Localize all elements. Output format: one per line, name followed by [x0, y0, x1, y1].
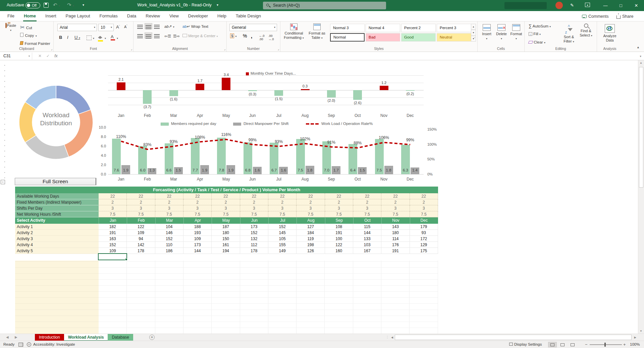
month-header-cell[interactable]: Oct	[353, 217, 381, 224]
scroll-up-icon[interactable]: ▲	[640, 61, 642, 64]
style-normal-4[interactable]: Normal 4	[366, 24, 400, 32]
align-top-button[interactable]	[136, 23, 144, 29]
horizontal-scrollbar[interactable]: ◀ ▶	[390, 335, 637, 340]
tab-home[interactable]: Home	[19, 11, 41, 21]
orientation-button[interactable]: ab↗ ▾	[164, 24, 174, 29]
activity-cell[interactable]: 152	[99, 242, 127, 248]
close-button[interactable]: ✕	[629, 0, 644, 11]
param-cell[interactable]: 2	[99, 199, 127, 205]
activity-cell[interactable]: 146	[155, 230, 183, 236]
activity-cell[interactable]: 109	[183, 236, 212, 242]
align-middle-button[interactable]	[145, 23, 152, 29]
month-header-cell[interactable]: Dec	[410, 217, 438, 224]
param-cell[interactable]: 7.5	[183, 211, 212, 217]
activity-cell[interactable]: 105	[268, 236, 297, 242]
tab-view[interactable]: View	[165, 11, 183, 21]
param-cell[interactable]: 22	[240, 193, 268, 199]
month-header-cell[interactable]: Feb	[127, 217, 155, 224]
name-box[interactable]: C31▾	[0, 53, 32, 60]
tab-review[interactable]: Review	[141, 11, 165, 21]
ribbon-display-options-icon[interactable]: ▴	[585, 3, 590, 7]
sort-filter-button[interactable]: AZ Sort & Filter ▾	[561, 23, 577, 44]
param-cell[interactable]: 3	[212, 205, 240, 211]
merge-center-button[interactable]: Merge & Center ▾	[182, 34, 218, 38]
decrease-indent-button[interactable]: ⇦☰	[164, 34, 171, 39]
title-dropdown-icon[interactable]: ▾	[217, 3, 218, 7]
autosum-button[interactable]: ∑ AutoSum ▾	[529, 23, 551, 28]
param-cell[interactable]: 3	[240, 205, 268, 211]
param-cell[interactable]: 2	[212, 199, 240, 205]
new-sheet-button[interactable]: +	[149, 335, 155, 340]
style-percent-3[interactable]: Percent 3	[437, 24, 471, 32]
scroll-right-icon[interactable]: ▶	[634, 336, 636, 339]
activity-cell[interactable]: 100	[325, 236, 353, 242]
decrease-font-icon[interactable]: A˘	[124, 24, 127, 29]
activity-cell[interactable]: 133	[353, 236, 381, 242]
style-percent-2[interactable]: Percent 2	[401, 24, 436, 32]
bold-button[interactable]: B	[59, 35, 62, 40]
param-cell[interactable]: 3	[410, 205, 438, 211]
activity-cell[interactable]: 152	[240, 230, 268, 236]
activity-cell[interactable]: 161	[212, 242, 240, 248]
param-cell[interactable]: 22	[155, 193, 183, 199]
decrease-decimal-button[interactable]: .00→.0	[268, 34, 274, 41]
activity-cell[interactable]: 188	[183, 224, 212, 230]
activity-cell[interactable]: 103	[353, 242, 381, 248]
fill-button[interactable]: ↓ Fill ▾	[529, 32, 541, 36]
tab-insert[interactable]: Insert	[41, 11, 61, 21]
activity-cell[interactable]: 93	[410, 230, 438, 236]
italic-button[interactable]: I	[67, 35, 68, 40]
activity-cell[interactable]: 186	[155, 248, 183, 254]
style-normal-3[interactable]: Normal 3	[330, 24, 365, 32]
param-cell[interactable]: 2	[410, 199, 438, 205]
activity-cell[interactable]: 115	[353, 224, 381, 230]
month-header-cell[interactable]: May	[212, 217, 240, 224]
undo-icon[interactable]: ↶ ▾	[53, 2, 60, 8]
comma-style-button[interactable]: ,	[251, 33, 252, 39]
formula-input[interactable]	[84, 53, 634, 60]
param-cell[interactable]: 7.5	[381, 211, 410, 217]
outline-collapse-button[interactable]: −	[1, 180, 5, 184]
format-painter-button[interactable]: Format Painter	[20, 40, 50, 46]
normal-view-button[interactable]	[548, 342, 557, 347]
param-cell[interactable]: 7.5	[297, 211, 325, 217]
param-cell[interactable]: 3	[381, 205, 410, 211]
vertical-scrollbar[interactable]: ▲ ▼	[638, 60, 644, 334]
param-cell[interactable]: 3	[268, 205, 297, 211]
zoom-slider-track[interactable]	[590, 344, 622, 345]
insert-cells-button[interactable]: Insert▾	[480, 24, 494, 41]
font-color-button[interactable]: A	[111, 34, 115, 41]
font-dialog-launcher-icon[interactable]: ⌟	[131, 47, 132, 51]
tab-splitter-handle[interactable]: ⋮	[386, 335, 389, 339]
tab-help[interactable]: Help	[213, 11, 231, 21]
activity-cell[interactable]: 122	[127, 224, 155, 230]
increase-decimal-button[interactable]: ←.0.00	[259, 34, 265, 41]
param-cell[interactable]: 2	[353, 199, 381, 205]
month-header-cell[interactable]: Aug	[297, 217, 325, 224]
param-cell[interactable]: 2	[183, 199, 212, 205]
scroll-down-icon[interactable]: ▼	[640, 330, 642, 333]
param-cell[interactable]: 22	[183, 193, 212, 199]
month-header-cell[interactable]: Jan	[99, 217, 127, 224]
activity-cell[interactable]: 194	[212, 248, 240, 254]
tab-developer[interactable]: Developer	[183, 11, 213, 21]
activity-cell[interactable]: 167	[353, 248, 381, 254]
param-cell[interactable]: 2	[381, 199, 410, 205]
activity-cell[interactable]: 114	[381, 236, 410, 242]
activity-cell[interactable]: 179	[410, 224, 438, 230]
activity-cell[interactable]: 127	[297, 224, 325, 230]
empty-rows-label-column[interactable]	[15, 261, 99, 334]
sheet-tab-introduction[interactable]: Introduction	[35, 334, 64, 341]
activity-cell[interactable]: 178	[240, 248, 268, 254]
align-right-button[interactable]	[153, 32, 161, 39]
param-cell[interactable]: 3	[297, 205, 325, 211]
conditional-formatting-button[interactable]: Conditional Formatting ▾	[283, 23, 305, 40]
activity-cell[interactable]: 173	[183, 242, 212, 248]
maximize-button[interactable]: □	[613, 0, 629, 11]
accounting-format-button[interactable]: $ ▾	[230, 34, 237, 38]
number-format-select[interactable]: General▾	[229, 24, 277, 31]
param-cell[interactable]: 7.5	[410, 211, 438, 217]
sheet-nav-right-icon[interactable]: ▶	[15, 335, 17, 339]
scroll-left-icon[interactable]: ◀	[391, 336, 393, 339]
activity-cell[interactable]: 142	[127, 242, 155, 248]
